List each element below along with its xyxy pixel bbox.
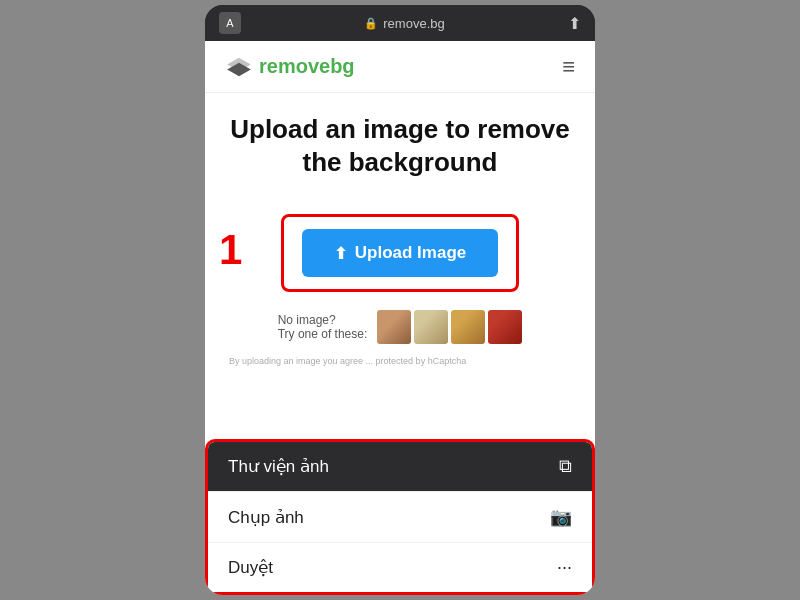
- library-icon: ⧉: [559, 456, 572, 477]
- upload-button[interactable]: ⬆ Upload Image: [302, 229, 498, 277]
- sample-image-car[interactable]: [488, 310, 522, 344]
- step-1-label: 1: [219, 226, 242, 274]
- sample-images-row: No image? Try one of these:: [205, 310, 595, 344]
- menu-item-camera-label: Chụp ảnh: [228, 507, 304, 528]
- translate-icon: A: [219, 12, 241, 34]
- sample-image-person[interactable]: [377, 310, 411, 344]
- sample-images: [377, 310, 522, 344]
- camera-icon: 📷: [550, 506, 572, 528]
- upload-button-label: Upload Image: [355, 243, 466, 263]
- menu-item-library-label: Thư viện ảnh: [228, 456, 329, 477]
- lock-icon: 🔒: [364, 17, 378, 30]
- hamburger-menu[interactable]: ≡: [562, 56, 575, 78]
- upload-icon: ⬆: [334, 244, 347, 263]
- no-image-text: No image? Try one of these:: [278, 313, 368, 341]
- status-bar: A 🔒 remove.bg ⬆: [205, 5, 595, 41]
- phone-frame: A 🔒 remove.bg ⬆ removebg ≡: [205, 5, 595, 595]
- logo-icon: [225, 56, 253, 78]
- address-bar[interactable]: 🔒 remove.bg: [364, 16, 444, 31]
- headline: Upload an image to remove the background: [229, 113, 571, 178]
- browse-icon: ···: [557, 557, 572, 578]
- site-header: removebg ≡: [205, 41, 595, 93]
- main-content: Upload an image to remove the background: [205, 93, 595, 214]
- logo[interactable]: removebg: [225, 55, 355, 78]
- menu-item-library[interactable]: Thư viện ảnh ⧉: [208, 442, 592, 492]
- status-bar-left: A: [219, 12, 241, 34]
- menu-item-browse[interactable]: Duyệt ···: [208, 543, 592, 592]
- share-icon: ⬆: [568, 15, 581, 32]
- share-button[interactable]: ⬆: [568, 14, 581, 33]
- sample-image-bread[interactable]: [451, 310, 485, 344]
- bottom-menu: Thư viện ảnh ⧉ Chụp ảnh 📷 Duyệt ···: [205, 439, 595, 595]
- upload-box-wrapper: ⬆ Upload Image: [205, 214, 595, 292]
- upload-box: ⬆ Upload Image: [281, 214, 519, 292]
- menu-item-camera[interactable]: Chụp ảnh 📷: [208, 492, 592, 543]
- menu-item-browse-label: Duyệt: [228, 557, 273, 578]
- url-text: remove.bg: [383, 16, 444, 31]
- legal-text: By uploading an image you agree ... prot…: [205, 352, 595, 370]
- logo-text: removebg: [259, 55, 355, 78]
- web-content: removebg ≡ Upload an image to remove the…: [205, 41, 595, 595]
- sample-image-animal[interactable]: [414, 310, 448, 344]
